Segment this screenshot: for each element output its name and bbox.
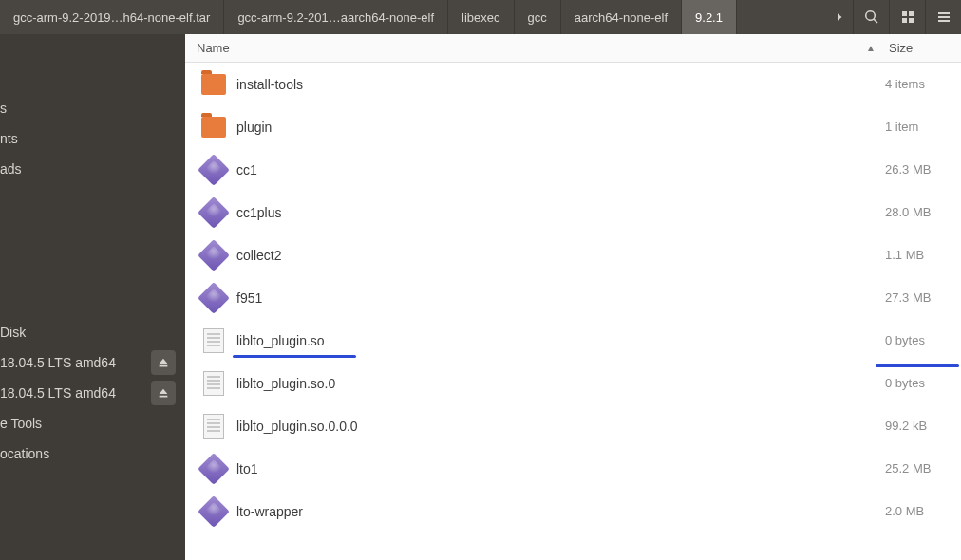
file-type-icon bbox=[200, 114, 227, 140]
file-row[interactable]: liblto_plugin.so.00 bytes bbox=[185, 362, 961, 404]
file-name: install-tools bbox=[227, 77, 885, 92]
file-name: lto-wrapper bbox=[227, 504, 885, 519]
column-header-name-label: Name bbox=[197, 41, 230, 55]
breadcrumb-label: libexec bbox=[462, 10, 499, 25]
file-size: 1.1 MB bbox=[885, 248, 961, 262]
breadcrumb-label: gcc-arm-9.2-201…aarch64-none-elf bbox=[237, 10, 434, 25]
eject-icon[interactable] bbox=[151, 350, 176, 375]
main-pane: sntsadsDisk18.04.5 LTS amd6418.04.5 LTS … bbox=[0, 34, 961, 560]
file-row[interactable]: install-tools4 items bbox=[185, 63, 961, 105]
sort-indicator-icon: ▲ bbox=[866, 43, 876, 53]
file-type-icon bbox=[200, 370, 227, 397]
eject-icon[interactable] bbox=[151, 381, 176, 405]
file-listing: Name ▲ Size install-tools4 itemsplugin1 … bbox=[185, 34, 961, 560]
breadcrumb-overflow-icon[interactable] bbox=[828, 0, 853, 34]
file-name: collect2 bbox=[227, 248, 885, 263]
text-file-icon bbox=[203, 414, 224, 439]
file-type-icon bbox=[200, 242, 227, 269]
sidebar-item-label: 18.04.5 LTS amd64 bbox=[0, 385, 151, 401]
sidebar-item[interactable]: s bbox=[0, 93, 185, 123]
file-name: liblto_plugin.so.0 bbox=[227, 376, 885, 391]
file-row[interactable]: cc126.3 MB bbox=[185, 148, 961, 191]
file-row[interactable]: lto-wrapper2.0 MB bbox=[185, 490, 961, 532]
text-file-icon bbox=[203, 371, 224, 396]
sidebar-item[interactable]: nts bbox=[0, 123, 185, 154]
file-name: f951 bbox=[227, 290, 885, 306]
sidebar-item-label: 18.04.5 LTS amd64 bbox=[0, 355, 151, 370]
sidebar-item[interactable]: e Tools bbox=[0, 408, 185, 439]
sidebar-item[interactable]: 18.04.5 LTS amd64 bbox=[0, 378, 185, 408]
file-name: plugin bbox=[227, 120, 885, 135]
executable-icon bbox=[198, 495, 230, 528]
sidebar-item[interactable]: ads bbox=[0, 154, 185, 184]
file-type-icon bbox=[200, 327, 227, 354]
column-header-name[interactable]: Name ▲ bbox=[185, 41, 885, 55]
executable-icon bbox=[198, 196, 230, 229]
sidebar-item-label: ocations bbox=[0, 446, 176, 461]
column-headers: Name ▲ Size bbox=[185, 34, 961, 63]
executable-icon bbox=[198, 154, 230, 186]
executable-icon bbox=[198, 282, 230, 314]
sidebar-item-label: nts bbox=[0, 131, 176, 146]
svg-rect-4 bbox=[938, 12, 950, 14]
sidebar-item-label: Disk bbox=[0, 325, 176, 340]
file-row[interactable]: liblto_plugin.so.0.0.099.2 kB bbox=[185, 404, 961, 447]
file-size: 28.0 MB bbox=[885, 205, 961, 219]
file-rows: install-tools4 itemsplugin1 itemcc126.3 … bbox=[185, 63, 961, 560]
folder-icon bbox=[201, 117, 226, 138]
breadcrumb-segment[interactable]: aarch64-none-elf bbox=[561, 0, 682, 34]
svg-rect-5 bbox=[938, 16, 950, 18]
search-icon[interactable] bbox=[853, 0, 889, 34]
file-name: liblto_plugin.so.0.0.0 bbox=[227, 419, 885, 434]
folder-icon bbox=[201, 74, 226, 95]
sidebar-item[interactable]: Disk bbox=[0, 317, 185, 347]
places-sidebar: sntsadsDisk18.04.5 LTS amd6418.04.5 LTS … bbox=[0, 34, 185, 560]
text-file-icon bbox=[203, 328, 224, 353]
file-size: 0 bytes bbox=[885, 376, 961, 390]
svg-rect-6 bbox=[938, 20, 950, 22]
file-size: 26.3 MB bbox=[885, 162, 961, 177]
file-type-icon bbox=[200, 71, 227, 98]
file-type-icon bbox=[200, 157, 227, 183]
file-row[interactable]: f95127.3 MB bbox=[185, 276, 961, 319]
breadcrumb-segment[interactable]: 9.2.1 bbox=[682, 0, 737, 34]
hamburger-menu-icon[interactable] bbox=[925, 0, 961, 34]
sidebar-item-label: e Tools bbox=[0, 416, 176, 431]
file-type-icon bbox=[200, 456, 227, 482]
column-header-size[interactable]: Size bbox=[885, 41, 961, 55]
file-row[interactable]: liblto_plugin.so0 bytes bbox=[185, 319, 961, 362]
view-grid-icon[interactable] bbox=[889, 0, 925, 34]
file-size: 27.3 MB bbox=[885, 290, 961, 305]
file-name: cc1 bbox=[227, 162, 885, 177]
file-row[interactable]: lto125.2 MB bbox=[185, 447, 961, 490]
sidebar-item-label: s bbox=[0, 101, 176, 116]
toolbar-actions bbox=[853, 0, 961, 34]
sidebar-item[interactable]: ocations bbox=[0, 439, 185, 469]
file-size: 25.2 MB bbox=[885, 461, 961, 476]
svg-rect-0 bbox=[902, 11, 907, 16]
executable-icon bbox=[198, 453, 230, 485]
breadcrumb-label: aarch64-none-elf bbox=[575, 10, 668, 25]
path-bar: gcc-arm-9.2-2019…h64-none-elf.targcc-arm… bbox=[0, 0, 961, 34]
file-row[interactable]: plugin1 item bbox=[185, 105, 961, 148]
file-size: 99.2 kB bbox=[885, 419, 961, 433]
file-row[interactable]: cc1plus28.0 MB bbox=[185, 191, 961, 233]
breadcrumb-segment[interactable]: gcc bbox=[515, 0, 561, 34]
file-type-icon bbox=[200, 285, 227, 311]
sidebar-item-label: ads bbox=[0, 161, 176, 177]
breadcrumb-label: 9.2.1 bbox=[695, 10, 723, 25]
breadcrumb-segment[interactable]: gcc-arm-9.2-201…aarch64-none-elf bbox=[224, 0, 448, 34]
file-type-icon bbox=[200, 199, 227, 226]
breadcrumb-segment[interactable]: gcc-arm-9.2-2019…h64-none-elf.tar bbox=[0, 0, 224, 34]
sidebar-item[interactable]: 18.04.5 LTS amd64 bbox=[0, 347, 185, 378]
svg-rect-1 bbox=[909, 11, 914, 16]
annotation-underline bbox=[233, 355, 356, 358]
breadcrumb: gcc-arm-9.2-2019…h64-none-elf.targcc-arm… bbox=[0, 0, 828, 34]
breadcrumb-segment[interactable]: libexec bbox=[448, 0, 514, 34]
file-type-icon bbox=[200, 498, 227, 525]
file-size: 4 items bbox=[885, 77, 961, 91]
file-row[interactable]: collect21.1 MB bbox=[185, 233, 961, 276]
file-size: 1 item bbox=[885, 120, 961, 134]
svg-rect-3 bbox=[909, 18, 914, 23]
executable-icon bbox=[198, 239, 230, 271]
